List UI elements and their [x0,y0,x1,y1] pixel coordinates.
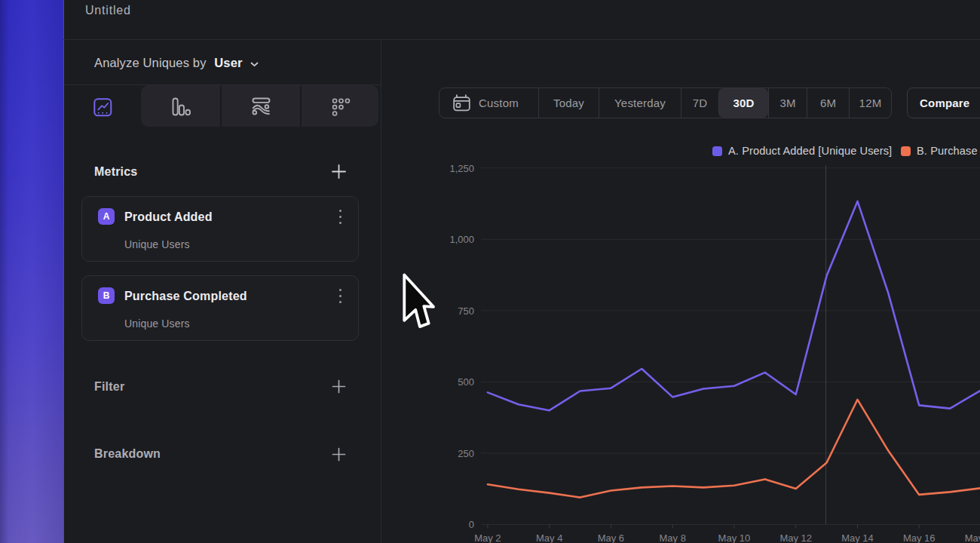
svg-text:May 6: May 6 [598,532,624,543]
svg-text:May 16: May 16 [903,532,936,543]
svg-text:May 14: May 14 [841,532,874,543]
svg-text:May 4: May 4 [536,532,562,543]
svg-text:May 10: May 10 [718,532,751,543]
svg-text:250: 250 [458,448,474,459]
svg-text:1,000: 1,000 [449,234,474,245]
svg-text:0: 0 [469,519,474,530]
svg-text:May 8: May 8 [659,532,685,543]
svg-text:May 12: May 12 [779,532,812,543]
svg-text:May 18: May 18 [965,532,980,543]
svg-text:750: 750 [458,305,474,317]
svg-text:1,250: 1,250 [449,163,474,174]
svg-text:May 2: May 2 [474,532,501,543]
svg-text:500: 500 [458,376,474,388]
